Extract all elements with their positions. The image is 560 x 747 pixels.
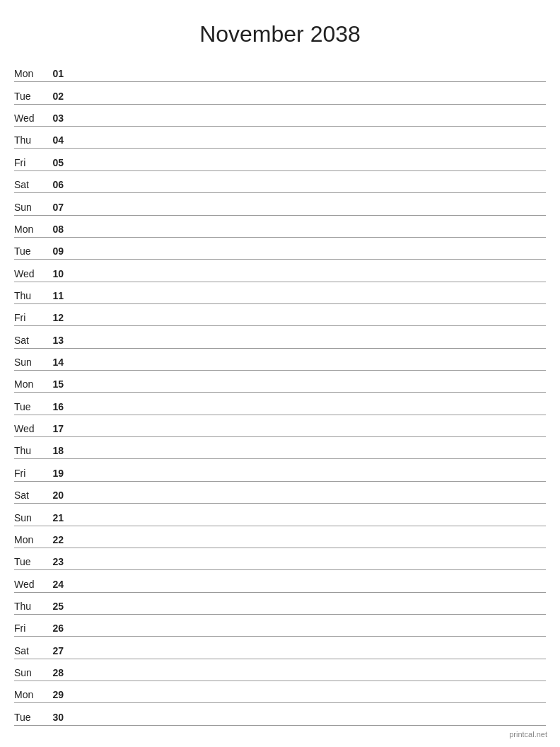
day-number: 18 [44,445,66,457]
calendar-row: Thu04 [14,127,546,149]
calendar-row: Fri12 [14,304,546,326]
day-name: Sat [14,179,44,191]
calendar-row: Sat13 [14,326,546,348]
day-name: Sat [14,645,44,657]
day-name: Tue [14,556,44,568]
day-number: 24 [44,579,66,591]
day-name: Sun [14,667,44,679]
calendar-row: Tue09 [14,238,546,260]
day-number: 23 [44,556,66,568]
day-name: Sun [14,357,44,369]
day-name: Mon [14,378,44,390]
day-name: Fri [14,157,44,169]
day-number: 19 [44,468,66,480]
calendar-row: Sun07 [14,193,546,215]
calendar-row: Thu25 [14,593,546,615]
calendar-row: Mon22 [14,526,546,548]
calendar-row: Sun14 [14,349,546,371]
day-number: 20 [44,490,66,502]
day-number: 07 [44,202,66,214]
day-name: Thu [14,290,44,302]
calendar-row: Fri05 [14,149,546,170]
day-number: 26 [44,622,66,635]
day-number: 30 [44,712,66,724]
calendar-row: Wed24 [14,570,546,592]
day-name: Mon [14,689,44,701]
day-name: Wed [14,423,44,435]
day-number: 15 [44,378,66,390]
calendar-row: Tue02 [14,82,546,104]
day-number: 12 [44,312,66,324]
day-name: Thu [14,601,44,613]
day-name: Sat [14,335,44,347]
day-number: 06 [44,179,66,191]
day-number: 17 [44,423,66,435]
day-number: 05 [44,157,66,169]
calendar-row: Fri19 [14,459,546,481]
day-number: 04 [44,134,66,146]
day-name: Wed [14,579,44,591]
day-name: Sun [14,202,44,214]
watermark: printcal.net [509,730,547,739]
calendar-row: Mon15 [14,371,546,393]
calendar-rows: Mon01Tue02Wed03Thu04Fri05Sat06Sun07Mon08… [14,60,546,726]
calendar-row: Fri26 [14,615,546,637]
calendar-row: Thu18 [14,437,546,459]
day-number: 29 [44,689,66,701]
day-number: 16 [44,401,66,413]
day-number: 11 [44,290,66,302]
calendar-row: Sun28 [14,659,546,681]
day-name: Fri [14,622,44,635]
day-number: 09 [44,245,66,257]
day-number: 13 [44,335,66,347]
calendar-row: Wed03 [14,105,546,127]
day-name: Thu [14,445,44,457]
day-number: 28 [44,667,66,679]
day-number: 14 [44,357,66,369]
day-name: Fri [14,468,44,480]
day-name: Mon [14,534,44,546]
calendar-row: Tue23 [14,548,546,570]
day-name: Mon [14,224,44,236]
day-name: Wed [14,112,44,124]
day-number: 10 [44,268,66,280]
day-name: Sat [14,490,44,502]
calendar-row: Mon01 [14,60,546,82]
day-name: Tue [14,245,44,257]
day-name: Tue [14,712,44,724]
day-name: Tue [14,401,44,413]
calendar-row: Sun21 [14,504,546,526]
day-name: Thu [14,134,44,146]
day-number: 01 [44,68,66,80]
calendar-row: Sat20 [14,482,546,504]
calendar-row: Wed17 [14,415,546,437]
calendar-row: Wed10 [14,260,546,282]
calendar-row: Tue16 [14,393,546,415]
day-number: 02 [44,91,66,103]
day-number: 21 [44,512,66,524]
calendar-row: Sat27 [14,637,546,659]
day-name: Sun [14,512,44,524]
day-name: Tue [14,91,44,103]
calendar-row: Mon29 [14,681,546,703]
calendar-title: November 2038 [14,21,546,47]
day-name: Mon [14,68,44,80]
day-number: 08 [44,224,66,236]
day-number: 25 [44,601,66,613]
calendar-row: Sat06 [14,171,546,193]
day-number: 22 [44,534,66,546]
day-name: Fri [14,312,44,324]
calendar-row: Thu11 [14,282,546,304]
calendar-row: Tue30 [14,703,546,725]
day-name: Wed [14,268,44,280]
day-number: 27 [44,645,66,657]
calendar-row: Mon08 [14,216,546,238]
calendar-page: November 2038 Mon01Tue02Wed03Thu04Fri05S… [0,0,560,747]
day-number: 03 [44,112,66,124]
